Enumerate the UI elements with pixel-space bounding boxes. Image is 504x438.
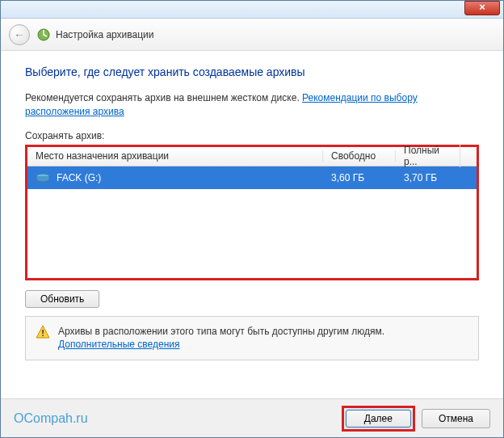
warning-icon: ! bbox=[36, 325, 50, 339]
next-button-highlight: Далее bbox=[342, 406, 415, 432]
row-name: FACK (G:) bbox=[57, 172, 101, 183]
description-text: Рекомендуется сохранять архив на внешнем… bbox=[25, 91, 479, 119]
warning-panel: ! Архивы в расположении этого типа могут… bbox=[25, 316, 479, 361]
destination-table: Место назначения архивации Свободно Полн… bbox=[25, 145, 479, 280]
cancel-button[interactable]: Отмена bbox=[422, 409, 490, 428]
col-total[interactable]: Полный р... bbox=[396, 145, 460, 167]
footer: OCompah.ru Далее Отмена bbox=[1, 398, 503, 437]
more-info-link[interactable]: Дополнительные сведения bbox=[58, 339, 179, 350]
warning-message: Архивы в расположении этого типа могут б… bbox=[58, 326, 384, 337]
table-empty-area bbox=[27, 189, 477, 278]
col-free[interactable]: Свободно bbox=[323, 150, 396, 162]
close-button[interactable]: × bbox=[464, 1, 500, 15]
svg-text:!: ! bbox=[41, 328, 44, 338]
dialog-window: × ← Настройка архивации Выберите, где сл… bbox=[0, 0, 504, 438]
wizard-header: ← Настройка архивации bbox=[1, 19, 503, 51]
row-free: 3,60 ГБ bbox=[323, 172, 396, 183]
hard-disk-icon bbox=[36, 173, 50, 183]
table-row[interactable]: FACK (G:) 3,60 ГБ 3,70 ГБ bbox=[27, 166, 477, 189]
backup-settings-icon bbox=[36, 27, 51, 42]
next-button[interactable]: Далее bbox=[346, 410, 411, 427]
table-header-row: Место назначения архивации Свободно Полн… bbox=[27, 147, 477, 166]
refresh-button[interactable]: Обновить bbox=[25, 290, 99, 308]
content-area: Выберите, где следует хранить создаваемы… bbox=[1, 51, 503, 369]
col-destination[interactable]: Место назначения архивации bbox=[27, 150, 323, 162]
header-title: Настройка архивации bbox=[56, 29, 154, 40]
watermark: OCompah.ru bbox=[14, 411, 88, 426]
titlebar: × bbox=[1, 1, 503, 19]
desc-prefix: Рекомендуется сохранять архив на внешнем… bbox=[25, 92, 302, 103]
warning-text: Архивы в расположении этого типа могут б… bbox=[58, 325, 384, 352]
back-button[interactable]: ← bbox=[9, 24, 30, 45]
row-total: 3,70 ГБ bbox=[396, 172, 460, 183]
back-arrow-icon: ← bbox=[14, 28, 25, 41]
save-label: Сохранять архив: bbox=[25, 130, 479, 141]
page-heading: Выберите, где следует хранить создаваемы… bbox=[25, 65, 479, 78]
